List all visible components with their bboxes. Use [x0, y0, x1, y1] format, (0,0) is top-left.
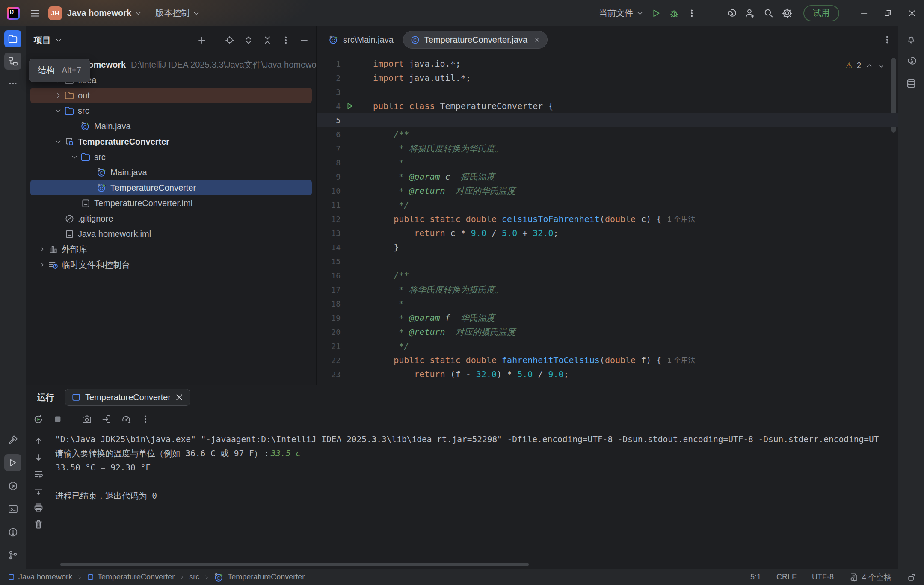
code-line-9[interactable]: 9 * @param c 摄氏温度	[317, 170, 898, 184]
close-icon[interactable]	[175, 393, 184, 402]
main-menu-button[interactable]	[26, 5, 44, 22]
expand-all-icon[interactable]	[243, 35, 254, 45]
code-line-16[interactable]: 16 /**	[317, 269, 898, 283]
clear-console-icon[interactable]	[33, 519, 44, 529]
file-encoding[interactable]: UTF-8	[812, 573, 834, 582]
rerun-icon[interactable]	[33, 414, 44, 425]
more-run-actions-button[interactable]	[683, 5, 700, 22]
more-tool-windows-button[interactable]	[4, 75, 21, 92]
settings-button[interactable]	[778, 5, 797, 22]
tree-item-out[interactable]: out	[30, 88, 312, 103]
line-separator[interactable]: CRLF	[776, 573, 797, 582]
soft-wrap-icon[interactable]	[33, 469, 44, 479]
tool-run-button[interactable]	[4, 454, 21, 471]
restore-button[interactable]	[876, 0, 900, 26]
scroll-down-icon[interactable]	[33, 452, 44, 463]
usage-inlay-hint[interactable]: 1 个用法	[667, 212, 695, 226]
close-button[interactable]	[900, 0, 924, 26]
breadcrumb-item[interactable]: CTemperatureConverter	[214, 572, 305, 582]
search-everywhere-button[interactable]	[759, 5, 778, 22]
panel-options-icon[interactable]	[281, 35, 290, 45]
database-tool-button[interactable]	[903, 75, 920, 92]
thread-dump-camera-icon[interactable]	[82, 414, 92, 424]
tab-list-kebab-icon[interactable]	[883, 35, 892, 44]
run-gutter-icon[interactable]	[346, 102, 354, 110]
code-line-8[interactable]: 8 *	[317, 156, 898, 170]
close-icon[interactable]	[533, 36, 540, 43]
code-line-18[interactable]: 18 *	[317, 297, 898, 311]
next-warning-icon[interactable]	[877, 62, 885, 70]
code-line-4[interactable]: 4public class TemperatureConverter {	[317, 99, 898, 113]
code-line-11[interactable]: 11 */	[317, 198, 898, 212]
editor-tab-src-main.java[interactable]: Csrc\Main.java	[322, 31, 400, 49]
ai-assistant-button[interactable]	[722, 5, 740, 22]
run-button[interactable]	[647, 5, 665, 22]
hide-panel-icon[interactable]	[299, 35, 309, 45]
tree-item-temperatureconverter[interactable]: TemperatureConverter	[30, 134, 312, 149]
tool-structure-button[interactable]	[4, 53, 21, 70]
tool-terminal-button[interactable]	[4, 500, 21, 517]
tree-item-java-homework.iml[interactable]: Java homework.iml	[30, 226, 312, 242]
run-configuration-selector[interactable]: 当前文件	[595, 5, 647, 22]
tool-services-button[interactable]	[4, 477, 21, 494]
code-line-1[interactable]: 1import java.io.*;	[317, 57, 898, 71]
chevron-down-icon[interactable]	[53, 107, 64, 114]
chevron-down-icon[interactable]	[53, 138, 64, 145]
chevron-down-icon[interactable]	[69, 154, 80, 160]
profiler-gauge-icon[interactable]	[121, 414, 131, 424]
project-panel-title[interactable]: 项目	[34, 35, 51, 46]
debug-button[interactable]	[665, 5, 683, 22]
code-with-me-button[interactable]	[740, 5, 759, 22]
tool-build-button[interactable]	[4, 431, 21, 448]
tree-item-src[interactable]: src	[30, 149, 312, 165]
code-line-12[interactable]: 12 public static double celsiusToFahrenh…	[317, 212, 898, 226]
kebab-menu-icon[interactable]	[141, 414, 150, 424]
code-line-2[interactable]: 2import java.util.*;	[317, 71, 898, 85]
code-line-23[interactable]: 23 return (f - 32.0) * 5.0 / 9.0;	[317, 367, 898, 381]
code-line-17[interactable]: 17 * 将华氏度转换为摄氏度。	[317, 283, 898, 297]
add-icon[interactable]	[197, 35, 207, 45]
tree-item-main.java[interactable]: CMain.java	[30, 165, 312, 180]
inspection-widget[interactable]: ⚠ 2	[846, 59, 885, 73]
prev-warning-icon[interactable]	[865, 62, 873, 70]
tree-item-.gitignore[interactable]: .gitignore	[30, 211, 312, 226]
breadcrumb-item[interactable]: src	[189, 573, 199, 582]
tool-version-control-button[interactable]	[4, 547, 21, 564]
usage-inlay-hint[interactable]: 1 个用法	[667, 353, 695, 367]
chevron-right-icon[interactable]	[36, 246, 47, 253]
tree-item-temperatureconverter[interactable]: CTemperatureConverter	[30, 180, 312, 195]
tool-project-button[interactable]	[4, 30, 21, 47]
code-line-22[interactable]: 22 public static double fahrenheitToCels…	[317, 353, 898, 367]
tree-item-main.java[interactable]: CMain.java	[30, 118, 312, 134]
code-line-15[interactable]: 15	[317, 254, 898, 269]
console-output[interactable]: "D:\Java JDK25\bin\java.exe" "-javaagent…	[51, 429, 898, 569]
notifications-button[interactable]	[903, 30, 920, 47]
code-editor[interactable]: ⚠ 2 1import java.io.*;2import java.util.…	[317, 53, 898, 385]
scroll-up-icon[interactable]	[33, 436, 44, 446]
ai-assistant-tool-button[interactable]	[903, 53, 920, 70]
tool-problems-button[interactable]	[4, 523, 21, 541]
attach-console-icon[interactable]	[101, 414, 112, 424]
chevron-right-icon[interactable]	[36, 261, 47, 268]
stop-icon[interactable]	[53, 414, 62, 424]
collapse-all-icon[interactable]	[262, 35, 272, 45]
indent-style[interactable]: 4 个空格	[849, 572, 891, 582]
breadcrumb-item[interactable]: TemperatureConverter	[87, 573, 175, 582]
print-icon[interactable]	[33, 502, 44, 513]
trial-badge-button[interactable]: 试用	[803, 5, 839, 21]
console-horizontal-scrollbar[interactable]	[60, 563, 529, 566]
code-line-14[interactable]: 14 }	[317, 240, 898, 254]
breadcrumb-item[interactable]: Java homework	[8, 573, 72, 582]
vcs-widget-button[interactable]: 版本控制	[151, 5, 204, 22]
tree-item-src[interactable]: src	[30, 103, 312, 118]
minimize-button[interactable]	[852, 0, 876, 26]
scroll-to-end-icon[interactable]	[33, 486, 44, 496]
code-line-20[interactable]: 20 * @return 对应的摄氏温度	[317, 325, 898, 339]
tree-item-temperatureconverter.iml[interactable]: TemperatureConverter.iml	[30, 195, 312, 211]
code-line-13[interactable]: 13 return c * 9.0 / 5.0 + 32.0;	[317, 226, 898, 240]
code-line-6[interactable]: 6 /**	[317, 127, 898, 142]
code-line-3[interactable]: 3	[317, 85, 898, 99]
code-line-5[interactable]: 5	[317, 113, 898, 127]
caret-position[interactable]: 5:1	[750, 573, 761, 582]
tree-item--[interactable]: 外部库	[30, 242, 312, 257]
